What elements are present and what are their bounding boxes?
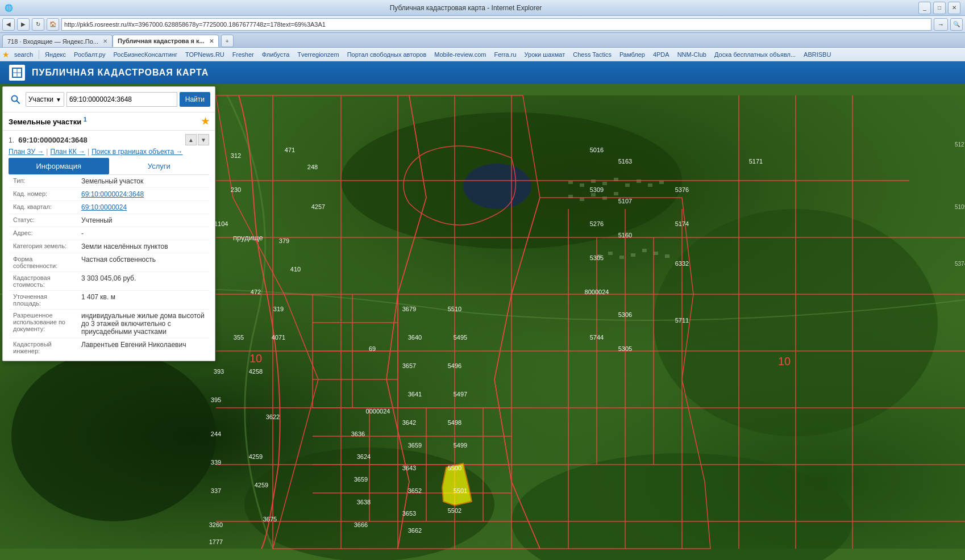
svg-text:393: 393 xyxy=(214,368,224,375)
bookmark-ferra[interactable]: Ferra.ru xyxy=(490,51,519,58)
bookmark-rambler[interactable]: Рамблер xyxy=(616,51,648,58)
field-value-2: 69:10:0000024 xyxy=(77,201,209,214)
bookmark-tverregion[interactable]: Tverregionzem xyxy=(294,51,342,58)
tab-info[interactable]: Информация xyxy=(9,158,109,174)
plan-zu-link[interactable]: План ЗУ → xyxy=(9,148,44,156)
bookmark-fresher[interactable]: Fresher xyxy=(229,51,257,58)
maximize-button[interactable]: □ xyxy=(933,2,946,14)
search-nav-button[interactable]: 🔍 xyxy=(950,18,963,31)
svg-text:5305: 5305 xyxy=(618,345,632,352)
bookmark-tverregion-label: Tverregionzem xyxy=(297,51,339,58)
tab-email[interactable]: 718 · Входящие — Яндекс.По... ✕ xyxy=(2,35,113,47)
bookmark-portal[interactable]: Портал свободных авторов xyxy=(344,51,430,58)
tab-cadastral[interactable]: Публичная кадастрова я к... ✕ xyxy=(113,35,219,47)
info-scroll-area[interactable]: Тип:Земельный участокКад. номер:69:10:00… xyxy=(9,175,209,357)
bookmark-flibusta-label: Флибуста xyxy=(262,51,290,58)
svg-text:5374: 5374 xyxy=(955,261,965,267)
svg-text:339: 339 xyxy=(211,459,221,466)
svg-text:5174: 5174 xyxy=(675,220,689,227)
bookmark-board[interactable]: Доска бесплатных объявл... xyxy=(711,51,799,58)
address-bar[interactable] xyxy=(61,18,931,31)
svg-text:5171: 5171 xyxy=(749,158,763,165)
bookmark-sep-1 xyxy=(39,50,39,59)
field-value-0: Земельный участок xyxy=(77,175,209,188)
field-value-1: 69:10:0000024:3648 xyxy=(77,188,209,201)
tab-cadastral-close[interactable]: ✕ xyxy=(209,38,214,44)
tab-email-close[interactable]: ✕ xyxy=(103,38,107,44)
bookmark-chess-lessons[interactable]: Уроки шахмат xyxy=(521,51,569,58)
tab-services[interactable]: Услуги xyxy=(109,158,210,174)
svg-text:10: 10 xyxy=(778,355,791,367)
result-item: 1. 69:10:0000024:3648 ▲ ▼ План ЗУ → | Пл… xyxy=(3,131,215,361)
svg-text:4071: 4071 xyxy=(272,334,285,341)
go-button[interactable]: → xyxy=(934,18,948,31)
svg-text:5107: 5107 xyxy=(618,198,632,204)
svg-text:3675: 3675 xyxy=(263,516,277,523)
search-type-dropdown[interactable]: Участки ▼ xyxy=(26,92,64,107)
prev-arrow-button[interactable]: ▲ xyxy=(185,134,197,145)
field-label-0: Тип: xyxy=(9,175,77,188)
search-type-chevron: ▼ xyxy=(56,97,61,103)
detail-tabs: Информация Услуги xyxy=(9,158,209,175)
svg-text:5499: 5499 xyxy=(454,442,467,449)
svg-text:3260: 3260 xyxy=(209,521,223,528)
search-input[interactable] xyxy=(66,92,177,107)
refresh-button[interactable]: ↻ xyxy=(32,18,44,31)
svg-text:337: 337 xyxy=(211,487,221,494)
search-in-bounds-link[interactable]: Поиск в границах объекта → xyxy=(91,148,182,156)
svg-text:4258: 4258 xyxy=(249,368,263,375)
field-value-6: Частная собственность xyxy=(77,253,209,272)
svg-rect-23 xyxy=(637,179,641,183)
svg-text:5510: 5510 xyxy=(448,306,461,312)
back-button[interactable]: ◀ xyxy=(2,18,15,31)
bookmark-mobile-review[interactable]: Mobile-review.com xyxy=(431,51,489,58)
search-button[interactable]: Найти xyxy=(180,92,210,107)
bookmark-abrisbu-label: ABRISBU xyxy=(804,51,831,58)
bookmark-nnm[interactable]: NNM-Club xyxy=(674,51,710,58)
favorite-button[interactable]: ★ xyxy=(201,116,209,127)
svg-rect-32 xyxy=(665,254,669,258)
bookmark-search[interactable]: search xyxy=(11,51,36,58)
svg-rect-19 xyxy=(591,193,596,197)
bookmark-flibusta[interactable]: Флибуста xyxy=(259,51,293,58)
app-title: ПУБЛИЧНАЯ КАДАСТРОВАЯ КАРТА xyxy=(32,68,209,78)
home-button[interactable]: 🏠 xyxy=(47,18,59,31)
forward-button[interactable]: ▶ xyxy=(17,18,30,31)
svg-text:3641: 3641 xyxy=(408,391,422,398)
close-button[interactable]: ✕ xyxy=(948,2,960,14)
minimize-button[interactable]: _ xyxy=(918,2,931,14)
next-arrow-button[interactable]: ▼ xyxy=(198,134,209,145)
bookmark-abrisbu[interactable]: ABRISBU xyxy=(800,51,834,58)
svg-text:3638: 3638 xyxy=(357,499,371,505)
bookmark-4pda[interactable]: 4PDA xyxy=(650,51,673,58)
svg-rect-22 xyxy=(625,183,630,187)
bookmark-topnews[interactable]: TOPNews.RU xyxy=(182,51,228,58)
svg-text:3643: 3643 xyxy=(402,465,416,471)
svg-rect-24 xyxy=(648,183,652,187)
new-tab-button[interactable]: + xyxy=(221,35,234,47)
info-panel: Участки ▼ Найти Земельные участки 1 ★ 1.… xyxy=(2,86,215,361)
field-value-4: - xyxy=(77,227,209,240)
svg-text:5160: 5160 xyxy=(618,232,632,239)
svg-text:4257: 4257 xyxy=(311,203,325,210)
svg-text:4259: 4259 xyxy=(255,482,268,488)
result-arrows: ▲ ▼ xyxy=(185,134,209,145)
bookmark-chess-tactics[interactable]: Chess Tactics xyxy=(569,51,615,58)
bookmark-rbc[interactable]: РосБизнесКонсалтинг xyxy=(110,51,180,58)
bookmarks-icon: ★ xyxy=(2,50,10,59)
svg-text:3622: 3622 xyxy=(266,413,280,420)
field-label-6: Форма собственности: xyxy=(9,253,77,272)
plan-kk-link[interactable]: План КК → xyxy=(50,148,85,156)
svg-rect-29 xyxy=(631,253,635,257)
svg-text:319: 319 xyxy=(273,306,284,312)
svg-text:5016: 5016 xyxy=(590,147,604,153)
bookmark-yandex[interactable]: Яндекс xyxy=(41,51,69,58)
svg-text:230: 230 xyxy=(231,186,241,193)
bookmark-rosbalt[interactable]: Росбалт.ру xyxy=(70,51,109,58)
svg-text:5109: 5109 xyxy=(955,204,965,210)
map-container[interactable]: 312 230 0241104 472 355 393 395 244 339 … xyxy=(0,84,965,560)
svg-text:5497: 5497 xyxy=(454,391,467,398)
svg-text:5711: 5711 xyxy=(675,317,689,324)
field-value-5: Земли населённых пунктов xyxy=(77,240,209,253)
svg-text:69: 69 xyxy=(369,345,376,352)
